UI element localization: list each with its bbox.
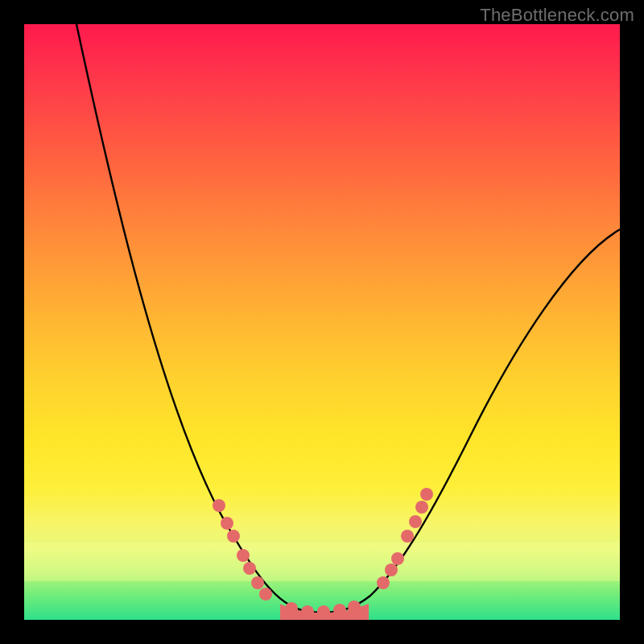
curve-dots	[213, 488, 433, 618]
curve-dot	[385, 564, 398, 576]
curve-dot	[348, 601, 361, 613]
curve-dot	[409, 515, 422, 528]
curve-dot	[237, 549, 250, 562]
watermark-text: TheBottleneck.com	[480, 5, 634, 26]
curve-dot	[401, 530, 414, 543]
curve-dot	[243, 562, 256, 575]
curve-dot	[415, 501, 428, 514]
curve-dot	[391, 552, 404, 565]
curve-dot	[333, 604, 346, 617]
curve-dot	[227, 530, 240, 543]
curve-dot	[285, 602, 298, 615]
bottleneck-curve	[76, 24, 620, 613]
curve-dot	[301, 605, 314, 618]
chart-frame: TheBottleneck.com	[0, 0, 644, 644]
curve-dot	[221, 517, 233, 530]
curve-dot	[259, 588, 272, 601]
curve-dot	[213, 499, 225, 512]
curve-dot	[251, 576, 264, 589]
plot-area	[24, 24, 620, 620]
curve-dot	[377, 576, 390, 589]
curve-svg	[24, 24, 620, 620]
curve-dot	[420, 488, 433, 501]
curve-dot	[317, 605, 330, 618]
